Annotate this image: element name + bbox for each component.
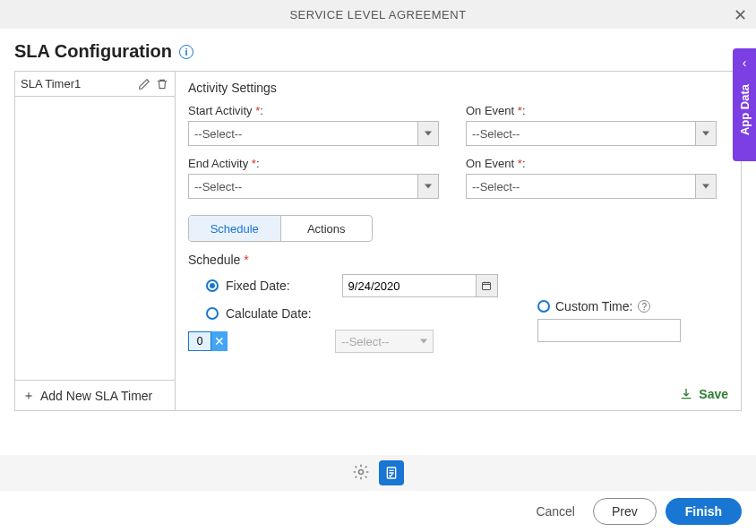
svg-rect-0 [483, 283, 491, 290]
schedule-heading: Schedule * [188, 253, 728, 267]
fixed-date-radio[interactable] [206, 279, 219, 292]
cancel-button[interactable]: Cancel [527, 499, 584, 524]
app-data-label: App Data [738, 84, 752, 135]
on-event-end-field: On Event *: --Select-- [466, 157, 717, 199]
footer-toolbar [0, 455, 756, 491]
calc-unit-select[interactable]: --Select-- [335, 330, 434, 353]
gear-icon[interactable] [352, 463, 370, 484]
fixed-date-label: Fixed Date: [226, 279, 290, 293]
edit-icon[interactable] [137, 77, 151, 91]
calc-number-input[interactable] [188, 331, 211, 351]
plus-icon: ＋ [22, 388, 35, 404]
custom-time-radio[interactable] [537, 300, 550, 313]
info-icon[interactable]: i [179, 45, 193, 59]
app-data-panel-tab[interactable]: ‹ App Data [733, 48, 756, 161]
tabs: Schedule Actions [188, 215, 373, 242]
end-activity-field: End Activity *: --Select-- [188, 157, 439, 199]
on-event-start-field: On Event *: --Select-- [466, 104, 717, 146]
activity-heading: Activity Settings [188, 81, 728, 95]
page-title: SLA Configuration [14, 41, 172, 62]
help-icon[interactable]: ? [638, 300, 650, 313]
timer-item[interactable]: SLA Timer1 [15, 72, 175, 97]
content-panel: Activity Settings Start Activity *: --Se… [176, 71, 742, 411]
activity-row-1: Start Activity *: --Select-- On Event *:… [188, 104, 728, 146]
footer-buttons: Cancel Prev Finish [0, 491, 756, 532]
on-event-end-label: On Event *: [466, 157, 717, 170]
close-icon[interactable]: ✕ [734, 5, 748, 25]
on-event-start-select[interactable]: --Select-- [466, 121, 717, 146]
chevron-left-icon: ‹ [743, 56, 747, 70]
delete-icon[interactable] [155, 77, 169, 91]
fixed-date-row: Fixed Date: [206, 274, 502, 297]
end-activity-select[interactable]: --Select-- [188, 174, 439, 199]
dialog-header: SERVICE LEVEL AGREEMENT ✕ [0, 0, 756, 29]
tab-actions[interactable]: Actions [281, 216, 373, 241]
finish-button[interactable]: Finish [666, 498, 742, 525]
calculate-date-row: Calculate Date: [206, 306, 502, 321]
page-title-row: SLA Configuration i [0, 29, 756, 71]
add-timer-label: Add New SLA Timer [40, 389, 152, 403]
sidebar-spacer [15, 97, 175, 380]
main-area: SLA Timer1 ＋ Add New SLA Timer Activity … [0, 71, 756, 411]
calculate-date-label: Calculate Date: [226, 306, 312, 321]
form-icon[interactable] [379, 460, 404, 485]
date-input[interactable] [342, 274, 477, 297]
save-button[interactable]: Save [679, 387, 728, 401]
custom-time-group: Custom Time: ? [537, 299, 681, 342]
add-timer-button[interactable]: ＋ Add New SLA Timer [15, 380, 175, 410]
activity-row-2: End Activity *: --Select-- On Event *: -… [188, 157, 728, 199]
start-activity-field: Start Activity *: --Select-- [188, 104, 439, 146]
dialog-title: SERVICE LEVEL AGREEMENT [289, 8, 466, 21]
custom-time-input[interactable] [537, 319, 681, 342]
tab-schedule[interactable]: Schedule [189, 216, 281, 241]
timer-sidebar: SLA Timer1 ＋ Add New SLA Timer [14, 71, 176, 411]
calculate-date-radio[interactable] [206, 307, 219, 320]
start-activity-label: Start Activity *: [188, 104, 439, 117]
custom-time-label: Custom Time: [555, 299, 632, 313]
clear-icon[interactable]: ✕ [211, 331, 228, 351]
timer-label: SLA Timer1 [21, 77, 133, 90]
on-event-start-label: On Event *: [466, 104, 717, 117]
svg-point-1 [359, 469, 364, 474]
on-event-end-select[interactable]: --Select-- [466, 174, 717, 199]
end-activity-label: End Activity *: [188, 157, 439, 170]
footer: Cancel Prev Finish [0, 455, 756, 532]
prev-button[interactable]: Prev [593, 498, 657, 525]
calendar-icon[interactable] [477, 274, 498, 297]
start-activity-select[interactable]: --Select-- [188, 121, 439, 146]
